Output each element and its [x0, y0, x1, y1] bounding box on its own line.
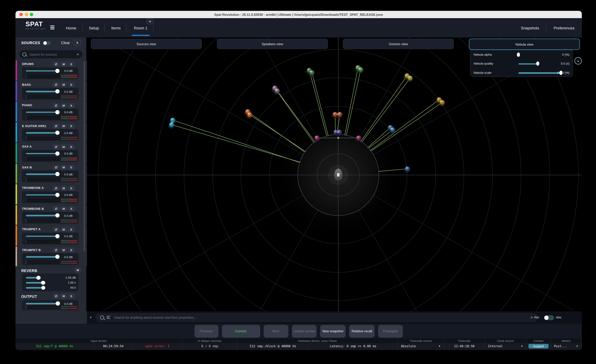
- status-value-internal[interactable]: Internal▼: [485, 343, 527, 349]
- solo-button[interactable]: S: [68, 62, 74, 67]
- gain-knob[interactable]: [55, 131, 59, 135]
- gain-knob[interactable]: [55, 172, 59, 176]
- mute-button[interactable]: M: [60, 144, 67, 149]
- source-green-pair[interactable]: [355, 65, 363, 73]
- source-row-trumpet-b[interactable]: TRUMPET B∅MS0.0 dB: [15, 246, 87, 266]
- clear-button[interactable]: Clear: [61, 40, 70, 45]
- phase-button[interactable]: ∅: [53, 186, 59, 191]
- mute-button[interactable]: M: [60, 82, 67, 87]
- solo-button[interactable]: S: [68, 103, 74, 108]
- solo-button[interactable]: S: [68, 82, 74, 87]
- phase-button[interactable]: ∅: [53, 62, 59, 67]
- snapshot-update-current-button[interactable]: Update current: [292, 325, 317, 337]
- mute-button[interactable]: M: [60, 165, 67, 170]
- solo-button[interactable]: S: [68, 186, 74, 191]
- output-phase-button[interactable]: ∅: [53, 294, 59, 299]
- nebula-slider-knob[interactable]: [517, 53, 520, 57]
- source-teal-pair[interactable]: [168, 118, 175, 129]
- close-button[interactable]: [19, 13, 23, 16]
- snapshot-current-button[interactable]: Current:: [222, 325, 260, 337]
- solo-button[interactable]: S: [68, 227, 74, 232]
- phase-button[interactable]: ∅: [53, 227, 59, 232]
- mute-button[interactable]: M: [60, 186, 67, 191]
- tab-generic-view[interactable]: Generic view: [343, 39, 454, 49]
- nebula-view-canvas[interactable]: Sources viewSpeakers viewGeneric viewNeb…: [87, 37, 582, 311]
- snapshot-next-button[interactable]: Next:: [264, 325, 288, 337]
- reverb-mute-button[interactable]: M: [75, 268, 81, 273]
- source-row-piano[interactable]: PIANO∅MS0.0 dB: [15, 102, 87, 122]
- source-row-sax-b[interactable]: SAX B∅MS0.0 dB: [15, 164, 87, 183]
- filter-icon[interactable]: [107, 316, 110, 319]
- phase-button[interactable]: ∅: [53, 206, 59, 211]
- phase-button[interactable]: ∅: [53, 103, 59, 108]
- snapshot-relative-recall-button[interactable]: Relative recall: [349, 325, 375, 337]
- gain-knob[interactable]: [55, 255, 59, 259]
- sources-search-input[interactable]: [29, 52, 76, 57]
- nav-item-items[interactable]: Items: [111, 18, 121, 37]
- nav-item-room-1[interactable]: Room 1: [134, 18, 148, 37]
- solo-all-button[interactable]: S: [74, 40, 81, 46]
- collapse-search-icon[interactable]: ▼: [89, 316, 92, 319]
- gain-knob[interactable]: [55, 89, 59, 94]
- nebula-slider-knob[interactable]: [536, 62, 539, 66]
- menu-icon[interactable]: [50, 26, 55, 30]
- output-gain-knob[interactable]: [56, 301, 60, 306]
- reverb-knob-2[interactable]: [41, 286, 45, 290]
- support-button[interactable]: Support: [529, 344, 549, 349]
- status-value-absolute[interactable]: Absolute▼: [398, 343, 444, 349]
- phase-button[interactable]: ∅: [53, 144, 59, 149]
- sidebar-scrollbar[interactable]: [83, 61, 85, 252]
- phase-button[interactable]: ∅: [53, 165, 59, 170]
- output-mute-button[interactable]: M: [60, 294, 67, 299]
- global-search-input[interactable]: [113, 315, 530, 320]
- nav-item-home[interactable]: Home: [66, 18, 76, 37]
- source-mauve-pair[interactable]: [271, 86, 280, 95]
- solo-button[interactable]: S: [68, 165, 74, 170]
- reverb-knob-1[interactable]: [41, 281, 45, 285]
- clear-search-icon[interactable]: ✕: [76, 52, 79, 56]
- source-row-trombone-b[interactable]: TROMBONE B∅MS0.0 dB: [15, 205, 87, 225]
- collapse-panel-button[interactable]: ▲: [574, 57, 582, 65]
- nav-item-snapshots[interactable]: Snapshots: [521, 18, 539, 37]
- source-row-trombone-a[interactable]: TROMBONE A∅MS0.0 dB: [15, 184, 87, 204]
- phase-button[interactable]: ∅: [53, 248, 59, 253]
- tab-nebula-view[interactable]: Nebula view: [469, 39, 580, 50]
- solo-button[interactable]: S: [68, 206, 74, 211]
- gain-knob[interactable]: [55, 69, 59, 73]
- mute-button[interactable]: M: [60, 227, 67, 232]
- solo-button[interactable]: S: [68, 124, 74, 129]
- nav-item-setup[interactable]: Setup: [89, 18, 99, 37]
- reverb-knob-0[interactable]: [36, 276, 40, 280]
- gain-knob[interactable]: [55, 110, 59, 114]
- mute-button[interactable]: M: [60, 62, 67, 67]
- minimize-button[interactable]: [25, 13, 28, 16]
- source-orange-pair[interactable]: [244, 109, 252, 118]
- snapshot-propagate-button[interactable]: Propagate: [378, 325, 403, 337]
- gain-knob[interactable]: [55, 151, 59, 155]
- source-row-bass[interactable]: BASS∅MS0.0 dB: [15, 81, 87, 101]
- solo-button[interactable]: S: [68, 248, 74, 253]
- zoom-button[interactable]: [30, 13, 33, 16]
- source-red-pair[interactable]: [332, 112, 342, 118]
- mute-button[interactable]: M: [60, 206, 67, 211]
- clear-global-search-icon[interactable]: ✕: [530, 316, 533, 320]
- status-value-support[interactable]: Support: [527, 343, 551, 349]
- source-row-drums[interactable]: DRUMS∅MS0.0 dB: [15, 60, 87, 80]
- rel-abs-toggle[interactable]: [544, 315, 554, 320]
- snapshot-new-snapshot-button[interactable]: New snapshot: [320, 325, 346, 337]
- mute-button[interactable]: M: [60, 103, 67, 108]
- source-gold-pair[interactable]: [436, 97, 445, 106]
- tab-speakers-view[interactable]: Speakers view: [217, 39, 328, 49]
- sources-toggle[interactable]: [43, 41, 51, 45]
- tab-sources-view[interactable]: Sources view: [91, 39, 202, 49]
- mute-button[interactable]: M: [60, 124, 67, 129]
- phase-button[interactable]: ∅: [53, 124, 59, 129]
- nav-item-preferences[interactable]: Preferences: [554, 18, 574, 37]
- source-row-sax-a[interactable]: SAX A∅MS0.0 dB: [15, 143, 87, 163]
- output-solo-button[interactable]: S: [68, 294, 74, 299]
- status-value-post[interactable]: Post...▼: [551, 343, 582, 349]
- phase-button[interactable]: ∅: [53, 82, 59, 87]
- source-row-trumpet-a[interactable]: TRUMPET A∅MS0.0 dB: [15, 226, 87, 246]
- source-blue-single[interactable]: [404, 166, 410, 173]
- snapshot-previous-button[interactable]: Previous:: [194, 325, 218, 337]
